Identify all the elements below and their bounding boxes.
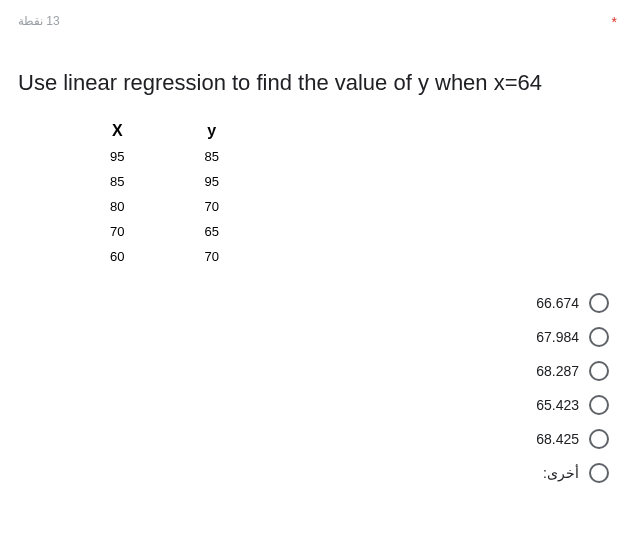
col-header-x: X — [70, 118, 164, 144]
radio-icon — [589, 293, 609, 313]
option-label: 68.287 — [536, 363, 579, 379]
option-label-other: أخرى: — [543, 465, 579, 481]
cell-y: 65 — [164, 219, 258, 244]
radio-icon — [589, 395, 609, 415]
option-label: 67.984 — [536, 329, 579, 345]
question-header: 13 نقطة * — [18, 14, 617, 30]
option-2[interactable]: 67.984 — [536, 327, 609, 347]
cell-x: 80 — [70, 194, 164, 219]
table-row: 70 65 — [70, 219, 259, 244]
options-block: 66.674 67.984 68.287 65.423 68.425 أخرى: — [18, 293, 617, 483]
cell-x: 70 — [70, 219, 164, 244]
option-3[interactable]: 68.287 — [536, 361, 609, 381]
option-1[interactable]: 66.674 — [536, 293, 609, 313]
option-4[interactable]: 65.423 — [536, 395, 609, 415]
cell-y: 95 — [164, 169, 258, 194]
cell-y: 85 — [164, 144, 258, 169]
table-row: 80 70 — [70, 194, 259, 219]
table-row: 85 95 — [70, 169, 259, 194]
points-label: 13 نقطة — [18, 14, 60, 28]
radio-icon — [589, 361, 609, 381]
option-label: 66.674 — [536, 295, 579, 311]
data-table: X y 95 85 85 95 80 70 70 65 60 70 — [70, 118, 259, 269]
option-label: 65.423 — [536, 397, 579, 413]
radio-icon — [589, 429, 609, 449]
table-row: 95 85 — [70, 144, 259, 169]
option-5[interactable]: 68.425 — [536, 429, 609, 449]
cell-y: 70 — [164, 194, 258, 219]
radio-icon — [589, 327, 609, 347]
table-row: 60 70 — [70, 244, 259, 269]
required-star-icon: * — [612, 14, 617, 30]
cell-x: 95 — [70, 144, 164, 169]
question-text: Use linear regression to find the value … — [18, 70, 617, 96]
option-other[interactable]: أخرى: — [543, 463, 609, 483]
radio-icon — [589, 463, 609, 483]
cell-x: 85 — [70, 169, 164, 194]
table-header-row: X y — [70, 118, 259, 144]
option-label: 68.425 — [536, 431, 579, 447]
cell-x: 60 — [70, 244, 164, 269]
cell-y: 70 — [164, 244, 258, 269]
col-header-y: y — [164, 118, 258, 144]
